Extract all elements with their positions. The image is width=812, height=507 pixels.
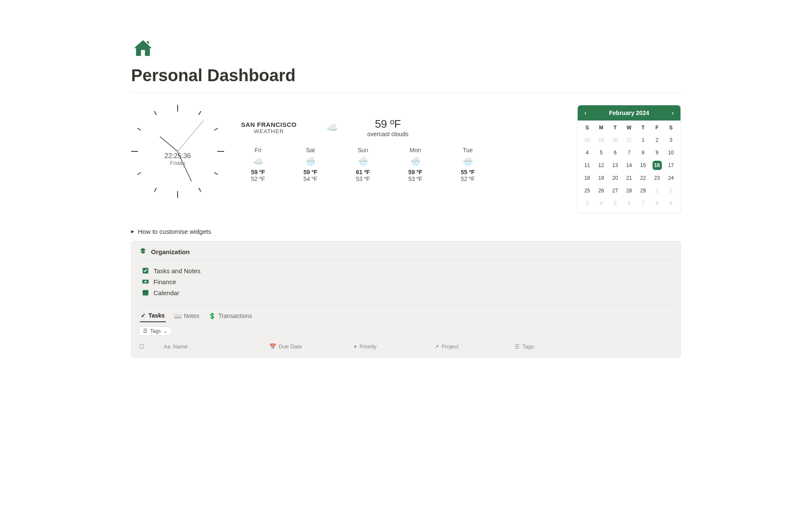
calendar-day[interactable]: 29: [636, 186, 650, 196]
calendar-dow: T: [636, 122, 650, 132]
calendar-day[interactable]: 5: [594, 148, 608, 158]
forecast-low: 54 ºF: [294, 175, 327, 182]
column-name: Name: [173, 343, 188, 350]
tab-tasks[interactable]: ✓Tasks: [140, 310, 166, 322]
calendar-next-button[interactable]: ›: [669, 109, 676, 117]
select-icon: ▾: [354, 343, 357, 350]
forecast-high: 59 ºF: [398, 169, 432, 175]
calendar-day[interactable]: 9: [664, 198, 678, 208]
calendar-day[interactable]: 2: [650, 135, 664, 145]
calendar-day[interactable]: 14: [622, 160, 636, 170]
divider: [131, 93, 681, 93]
organization-link[interactable]: Tasks and Notes: [142, 267, 673, 274]
calendar-day[interactable]: 28: [622, 186, 636, 196]
calendar-day[interactable]: 21: [622, 173, 636, 183]
calendar-day[interactable]: 29: [594, 135, 608, 145]
list-icon: ☰: [515, 343, 520, 350]
calendar-dow: M: [594, 122, 608, 132]
forecast-low: 52 ºF: [241, 175, 275, 182]
calendar-day[interactable]: 28: [580, 135, 594, 145]
calendar-day[interactable]: 11: [580, 160, 594, 170]
calendar-day[interactable]: 10: [664, 148, 678, 158]
forecast-high: 59 ºF: [294, 169, 327, 175]
calendar-day[interactable]: 8: [636, 148, 650, 158]
calendar-day[interactable]: 25: [580, 186, 594, 196]
calendar-day[interactable]: 8: [650, 198, 664, 208]
calendar-widget: ‹ February 2024 › SMTWTFS282930311234567…: [577, 105, 681, 213]
calendar-day[interactable]: 3: [580, 198, 594, 208]
organization-link[interactable]: Finance: [142, 278, 673, 285]
calendar-month-label: February 2024: [609, 110, 649, 116]
calendar-day[interactable]: 3: [664, 135, 678, 145]
calendar-day[interactable]: 18: [580, 173, 594, 183]
forecast-day: Sun 🌧️ 61 ºF 53 ºF: [346, 147, 380, 182]
tab-icon: 📖: [174, 312, 181, 319]
caret-right-icon: ▸: [131, 227, 134, 235]
calendar-day[interactable]: 23: [650, 173, 664, 183]
rain-cloud-icon: 🌧️: [294, 156, 327, 166]
forecast-low: 52 ºF: [451, 175, 485, 182]
calendar-day[interactable]: 12: [594, 160, 608, 170]
calendar-day[interactable]: 6: [622, 198, 636, 208]
svg-rect-4: [143, 290, 148, 292]
calendar-day[interactable]: 16: [650, 160, 664, 170]
cloud-icon: ☁️: [326, 122, 338, 133]
forecast-day: Sat 🌧️ 59 ºF 54 ºF: [294, 147, 327, 182]
calendar-day[interactable]: 4: [594, 198, 608, 208]
organization-link-label: Finance: [154, 278, 176, 285]
calendar-day[interactable]: 31: [622, 135, 636, 145]
clock-time: 22:25:36: [131, 152, 224, 160]
tab-transactions[interactable]: 💲Transactions: [208, 310, 253, 322]
calendar-day[interactable]: 13: [608, 160, 622, 170]
calendar-day[interactable]: 30: [608, 135, 622, 145]
checkbox-icon: [142, 267, 149, 274]
weather-label: WEATHER: [241, 128, 297, 134]
calendar-day[interactable]: 5: [608, 198, 622, 208]
calendar-dow: T: [608, 122, 622, 132]
organization-panel: Organization Tasks and NotesFinanceCalen…: [131, 241, 681, 358]
calendar-day[interactable]: 4: [580, 148, 594, 158]
calendar-day[interactable]: 22: [636, 173, 650, 183]
calendar-prev-button[interactable]: ‹: [582, 109, 589, 117]
weather-current-desc: overcast clouds: [368, 131, 409, 137]
tags-filter-chip[interactable]: ☰ Tags ⌄: [139, 326, 171, 336]
disclosure-toggle[interactable]: ▸ How to customise widgets: [131, 227, 681, 235]
disclosure-label: How to customise widgets: [138, 228, 211, 235]
rain-cloud-icon: ☁️: [241, 156, 275, 166]
list-icon: ☰: [143, 328, 148, 334]
calendar-day[interactable]: 20: [608, 173, 622, 183]
calendar-day[interactable]: 2: [664, 186, 678, 196]
calendar-day[interactable]: 26: [594, 186, 608, 196]
tab-icon: 💲: [208, 312, 216, 319]
forecast-high: 61 ºF: [346, 169, 380, 175]
calendar-icon: 📅: [269, 343, 276, 350]
calendar-day[interactable]: 1: [650, 186, 664, 196]
tab-label: Notes: [184, 312, 200, 319]
clock-day: Friday: [131, 160, 224, 166]
column-project: Project: [442, 343, 458, 350]
svg-rect-5: [144, 290, 145, 291]
calendar-day[interactable]: 19: [594, 173, 608, 183]
calendar-day[interactable]: 17: [664, 160, 678, 170]
organization-link-label: Tasks and Notes: [154, 267, 200, 274]
chevron-down-icon: ⌄: [163, 328, 167, 334]
organization-link[interactable]: Calendar: [142, 289, 673, 296]
calendar-day[interactable]: 24: [664, 173, 678, 183]
calendar-day[interactable]: 6: [608, 148, 622, 158]
weather-current-temp: 59 ºF: [368, 118, 409, 131]
calendar-day[interactable]: 7: [636, 198, 650, 208]
rain-cloud-icon: 🌧️: [346, 156, 380, 166]
calendar-day[interactable]: 15: [636, 160, 650, 170]
svg-rect-6: [146, 290, 147, 291]
calendar-day[interactable]: 7: [622, 148, 636, 158]
tab-notes[interactable]: 📖Notes: [173, 310, 200, 322]
calendar-day[interactable]: 9: [650, 148, 664, 158]
forecast-day: Mon 🌧️ 59 ºF 53 ºF: [398, 147, 432, 182]
calendar-dow: S: [580, 122, 594, 132]
calendar-day[interactable]: 27: [608, 186, 622, 196]
calendar-dow: W: [622, 122, 636, 132]
calendar-day[interactable]: 1: [636, 135, 650, 145]
rain-cloud-icon: 🌧️: [451, 156, 485, 166]
text-property-icon: Aa: [164, 343, 170, 350]
forecast-low: 53 ºF: [346, 175, 380, 182]
